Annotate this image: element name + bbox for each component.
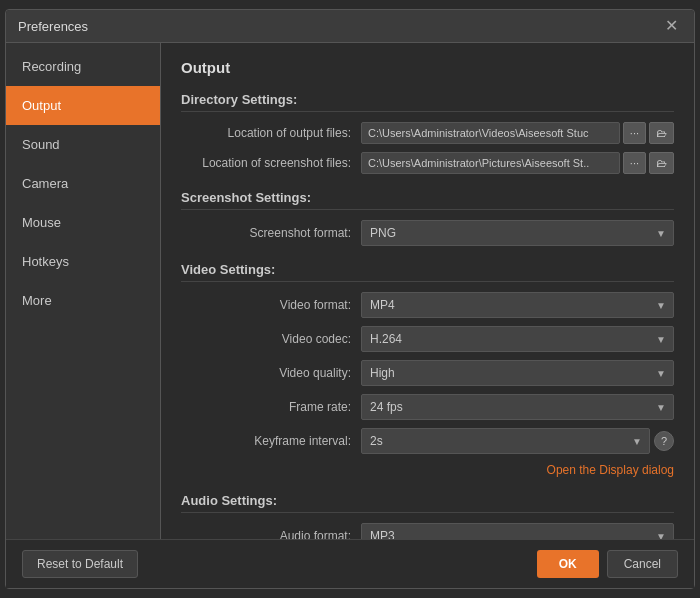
audio-format-wrapper: MP3 AAC WMA ▼ bbox=[361, 523, 674, 539]
video-quality-wrapper: High Medium Low ▼ bbox=[361, 360, 674, 386]
output-files-dots-btn[interactable]: ··· bbox=[623, 122, 646, 144]
output-files-input-group: C:\Users\Administrator\Videos\Aiseesoft … bbox=[361, 122, 674, 144]
content-area: Output Directory Settings: Location of o… bbox=[161, 43, 694, 539]
video-codec-select[interactable]: H.264 H.265 VP8 bbox=[361, 326, 674, 352]
title-bar: Preferences ✕ bbox=[6, 10, 694, 43]
close-button[interactable]: ✕ bbox=[661, 18, 682, 34]
frame-rate-wrapper: 24 fps 30 fps 60 fps ▼ bbox=[361, 394, 674, 420]
video-codec-wrapper: H.264 H.265 VP8 ▼ bbox=[361, 326, 674, 352]
video-section-title: Video Settings: bbox=[181, 262, 674, 282]
keyframe-input-group: 2s 3s 5s ▼ ? bbox=[361, 428, 674, 454]
keyframe-label: Keyframe interval: bbox=[181, 434, 361, 448]
directory-section-title: Directory Settings: bbox=[181, 92, 674, 112]
output-files-label: Location of output files: bbox=[181, 126, 361, 140]
display-dialog-link[interactable]: Open the Display dialog bbox=[547, 463, 674, 477]
audio-format-row: Audio format: MP3 AAC WMA ▼ bbox=[181, 523, 674, 539]
frame-rate-select[interactable]: 24 fps 30 fps 60 fps bbox=[361, 394, 674, 420]
video-format-row: Video format: MP4 MOV AVI WMV ▼ bbox=[181, 292, 674, 318]
audio-format-select[interactable]: MP3 AAC WMA bbox=[361, 523, 674, 539]
output-files-folder-btn[interactable]: 🗁 bbox=[649, 122, 674, 144]
video-format-label: Video format: bbox=[181, 298, 361, 312]
keyframe-wrapper: 2s 3s 5s ▼ bbox=[361, 428, 650, 454]
output-files-row: Location of output files: C:\Users\Admin… bbox=[181, 122, 674, 144]
screenshot-files-value: C:\Users\Administrator\Pictures\Aiseesof… bbox=[361, 152, 620, 174]
sidebar-item-recording[interactable]: Recording bbox=[6, 47, 160, 86]
screenshot-files-label: Location of screenshot files: bbox=[181, 156, 361, 170]
frame-rate-row: Frame rate: 24 fps 30 fps 60 fps ▼ bbox=[181, 394, 674, 420]
footer: Reset to Default OK Cancel bbox=[6, 539, 694, 588]
video-codec-row: Video codec: H.264 H.265 VP8 ▼ bbox=[181, 326, 674, 352]
reset-button[interactable]: Reset to Default bbox=[22, 550, 138, 578]
audio-section-title: Audio Settings: bbox=[181, 493, 674, 513]
sidebar-item-sound[interactable]: Sound bbox=[6, 125, 160, 164]
video-format-select[interactable]: MP4 MOV AVI WMV bbox=[361, 292, 674, 318]
dialog-title: Preferences bbox=[18, 19, 88, 34]
keyframe-select[interactable]: 2s 3s 5s bbox=[361, 428, 650, 454]
screenshot-files-input-group: C:\Users\Administrator\Pictures\Aiseesof… bbox=[361, 152, 674, 174]
screenshot-format-row: Screenshot format: PNG JPG BMP ▼ bbox=[181, 220, 674, 246]
keyframe-row: Keyframe interval: 2s 3s 5s ▼ ? bbox=[181, 428, 674, 454]
video-quality-row: Video quality: High Medium Low ▼ bbox=[181, 360, 674, 386]
screenshot-files-row: Location of screenshot files: C:\Users\A… bbox=[181, 152, 674, 174]
preferences-dialog: Preferences ✕ Recording Output Sound Cam… bbox=[5, 9, 695, 589]
ok-button[interactable]: OK bbox=[537, 550, 599, 578]
video-quality-label: Video quality: bbox=[181, 366, 361, 380]
sidebar-item-hotkeys[interactable]: Hotkeys bbox=[6, 242, 160, 281]
screenshot-format-wrapper: PNG JPG BMP ▼ bbox=[361, 220, 674, 246]
screenshot-format-select[interactable]: PNG JPG BMP bbox=[361, 220, 674, 246]
display-dialog-link-row: Open the Display dialog bbox=[181, 462, 674, 477]
video-codec-label: Video codec: bbox=[181, 332, 361, 346]
sidebar-item-output[interactable]: Output bbox=[6, 86, 160, 125]
frame-rate-label: Frame rate: bbox=[181, 400, 361, 414]
output-files-value: C:\Users\Administrator\Videos\Aiseesoft … bbox=[361, 122, 620, 144]
video-quality-select[interactable]: High Medium Low bbox=[361, 360, 674, 386]
screenshot-files-dots-btn[interactable]: ··· bbox=[623, 152, 646, 174]
main-content: Recording Output Sound Camera Mouse Hotk… bbox=[6, 43, 694, 539]
audio-format-label: Audio format: bbox=[181, 529, 361, 539]
sidebar-item-mouse[interactable]: Mouse bbox=[6, 203, 160, 242]
screenshot-section-title: Screenshot Settings: bbox=[181, 190, 674, 210]
sidebar-item-camera[interactable]: Camera bbox=[6, 164, 160, 203]
sidebar-item-more[interactable]: More bbox=[6, 281, 160, 320]
sidebar: Recording Output Sound Camera Mouse Hotk… bbox=[6, 43, 161, 539]
page-title: Output bbox=[181, 59, 674, 76]
footer-right: OK Cancel bbox=[537, 550, 678, 578]
video-format-wrapper: MP4 MOV AVI WMV ▼ bbox=[361, 292, 674, 318]
keyframe-help-button[interactable]: ? bbox=[654, 431, 674, 451]
screenshot-files-folder-btn[interactable]: 🗁 bbox=[649, 152, 674, 174]
cancel-button[interactable]: Cancel bbox=[607, 550, 678, 578]
screenshot-format-label: Screenshot format: bbox=[181, 226, 361, 240]
